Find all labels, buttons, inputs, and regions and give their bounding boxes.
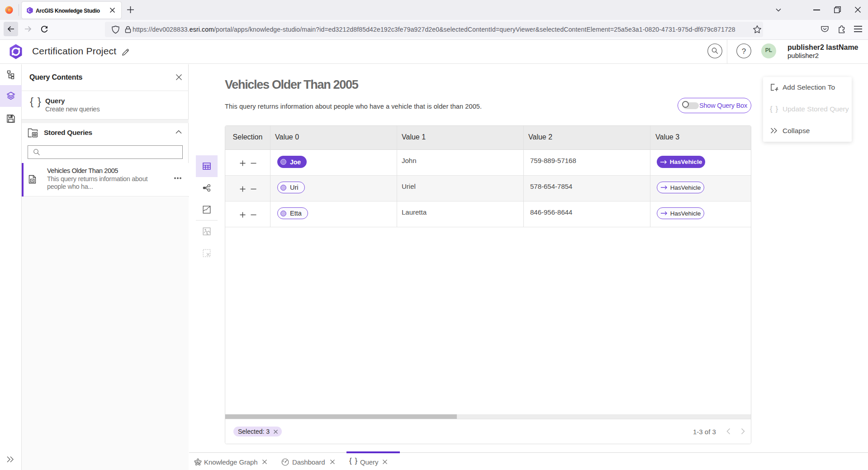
- svg-text:?: ?: [742, 47, 746, 56]
